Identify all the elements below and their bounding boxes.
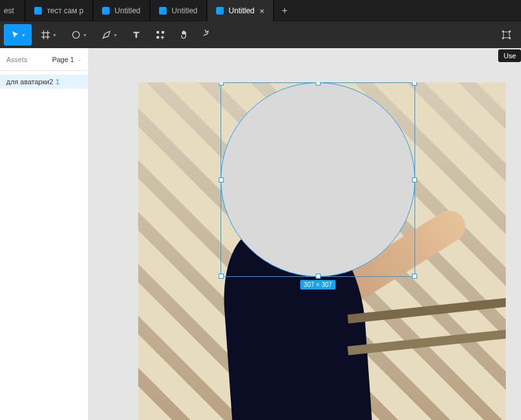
comment-tool[interactable] (198, 24, 219, 46)
svg-rect-4 (503, 32, 509, 37)
canvas[interactable]: 307 × 307 (89, 48, 521, 420)
svg-rect-7 (502, 37, 504, 39)
svg-rect-5 (502, 30, 504, 32)
tab-close-button[interactable]: × (259, 6, 264, 16)
pen-tool[interactable]: ▾ (95, 24, 123, 46)
chevron-down-icon: ▾ (22, 32, 25, 38)
svg-rect-6 (509, 30, 511, 32)
tab-label: тест сам p (47, 6, 84, 15)
layer-list: для аватарки2 1 (0, 71, 88, 89)
resize-handle-left-center[interactable] (219, 177, 224, 182)
figma-file-icon (159, 7, 167, 15)
chevron-down-icon: ▾ (53, 32, 56, 38)
tab-label: Untitled (229, 6, 255, 15)
plus-icon: + (281, 5, 287, 16)
resize-handle-right-center[interactable] (412, 177, 417, 182)
comment-icon (203, 30, 214, 40)
page-label: Page 1 (52, 56, 74, 63)
move-tool[interactable]: ▾ (4, 24, 32, 46)
layer-label: для аватарки2 (6, 78, 53, 86)
resize-handle-top-center[interactable] (316, 82, 321, 86)
tab-1[interactable]: тест сам p (25, 0, 93, 22)
new-tab-button[interactable]: + (274, 0, 295, 22)
cursor-icon (11, 30, 20, 39)
resources-tool[interactable] (150, 24, 171, 46)
resize-handle-bottom-center[interactable] (316, 274, 321, 279)
selection-box[interactable]: 307 × 307 (221, 82, 415, 277)
use-tool[interactable] (496, 24, 517, 46)
svg-rect-8 (509, 37, 511, 39)
figma-file-icon (216, 7, 224, 15)
pen-icon (101, 30, 112, 40)
chevron-down-icon: ▾ (114, 32, 117, 38)
ellipse-icon (71, 30, 81, 40)
tab-3[interactable]: Untitled (150, 0, 207, 22)
artboard-image[interactable]: 307 × 307 (138, 82, 506, 420)
svg-rect-3 (157, 36, 159, 39)
tab-0[interactable]: est (0, 0, 25, 22)
panel-header: Assets Page 1 ⌄ (0, 48, 88, 71)
chevron-down-icon: ⌄ (77, 56, 82, 62)
tab-2[interactable]: Untitled (93, 0, 150, 22)
svg-point-0 (73, 32, 80, 39)
left-panel: Assets Page 1 ⌄ для аватарки2 1 (0, 48, 89, 420)
page-selector[interactable]: Page 1 ⌄ (52, 56, 82, 63)
text-tool[interactable] (125, 24, 147, 46)
hand-icon (179, 30, 190, 40)
resize-handle-top-right[interactable] (412, 82, 417, 86)
layer-index: 1 (56, 78, 60, 86)
panel-tab-assets[interactable]: Assets (6, 56, 27, 63)
frame-icon (41, 30, 51, 40)
resize-handle-bottom-right[interactable] (412, 274, 417, 279)
frame-tool[interactable]: ▾ (34, 24, 62, 46)
bounding-box-icon (501, 30, 511, 40)
tooltip: Use (498, 49, 521, 62)
tab-4-active[interactable]: Untitled × (207, 0, 274, 22)
dimension-label: 307 × 307 (300, 280, 336, 290)
figma-file-icon (102, 7, 110, 15)
svg-rect-2 (162, 31, 164, 34)
tab-label: est (4, 6, 14, 15)
resize-handle-top-left[interactable] (219, 82, 224, 86)
figma-file-icon (34, 7, 42, 15)
toolbar: ▾ ▾ ▾ ▾ Use (0, 22, 521, 48)
text-icon (131, 30, 141, 40)
chevron-down-icon: ▾ (84, 32, 86, 38)
shape-tool[interactable]: ▾ (65, 24, 93, 46)
resize-handle-bottom-left[interactable] (219, 274, 224, 279)
tab-label: Untitled (115, 6, 141, 15)
tab-label: Untitled (172, 6, 198, 15)
hand-tool[interactable] (174, 24, 195, 46)
resources-icon (155, 30, 165, 40)
titlebar: est тест сам p Untitled Untitled Untitle… (0, 0, 521, 22)
svg-rect-1 (157, 31, 159, 34)
layer-item[interactable]: для аватарки2 1 (0, 75, 88, 89)
tooltip-text: Use (503, 52, 516, 60)
main-area: Assets Page 1 ⌄ для аватарки2 1 (0, 48, 521, 420)
